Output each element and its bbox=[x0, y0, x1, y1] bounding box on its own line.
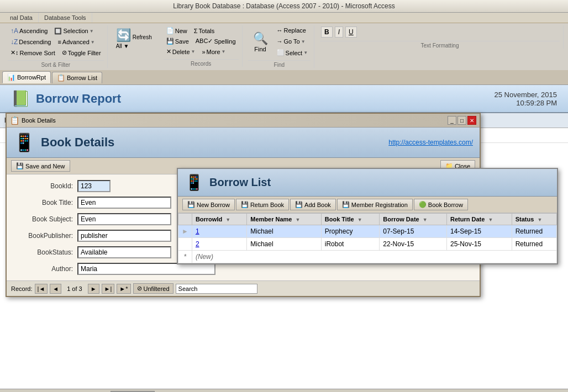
find-row-1: 🔍 Find ↔ Replace → Go To ▼ ⬜ Select ▼ bbox=[248, 25, 311, 58]
minimize-button[interactable]: _ bbox=[448, 116, 456, 125]
return-book-button[interactable]: 💾 Return Book bbox=[236, 199, 289, 210]
toggle-filter-button[interactable]: ⊘ Toggle Filter bbox=[59, 47, 104, 58]
first-record-button[interactable]: |◄ bbox=[35, 284, 48, 294]
advanced-icon: ≡ bbox=[57, 39, 61, 45]
last-record-button[interactable]: ►| bbox=[102, 284, 115, 294]
cell-borrowid-1[interactable]: 1 bbox=[192, 225, 246, 238]
new-borrow-icon: 💾 bbox=[187, 201, 195, 208]
cell-returndate-2: 25-Nov-15 bbox=[446, 238, 512, 251]
bookpublisher-input[interactable] bbox=[77, 230, 171, 242]
new-button[interactable]: 📄 New bbox=[164, 25, 190, 36]
nav-bar: 📊 BorrowRpt 📋 Borrow List bbox=[0, 70, 568, 85]
text-formatting-group-title: Text Formatting bbox=[320, 41, 560, 49]
tab-borrow-list[interactable]: 📋 Borrow List bbox=[52, 72, 102, 83]
totals-button[interactable]: Σ Totals bbox=[191, 26, 218, 36]
col-borrowid-header[interactable]: BorrowId ▼ bbox=[192, 214, 246, 225]
book-borrow-button[interactable]: 🟢 Book Borrow bbox=[414, 199, 468, 210]
descending-button[interactable]: ↓Z Descending bbox=[8, 36, 54, 47]
record-nav: Record: |◄ ◄ 1 of 3 ► ►| ►* ⊘ Unfiltered bbox=[7, 280, 480, 296]
member-registration-button[interactable]: 💾 Member Registration bbox=[337, 199, 413, 210]
refresh-button[interactable]: 🔄 RefreshAll ▼ bbox=[112, 25, 156, 52]
status-sort-icon: ▼ bbox=[537, 217, 542, 223]
table-new-row[interactable]: * (New) bbox=[178, 251, 557, 263]
table-row[interactable]: ► 1 Michael Prophecy 07-Sep-15 14-Sep-15… bbox=[178, 225, 557, 238]
scrollbar-area[interactable] bbox=[0, 389, 568, 392]
close-button[interactable]: ✕ bbox=[467, 116, 476, 125]
col-membername-header[interactable]: Member Name ▼ bbox=[247, 214, 321, 225]
advanced-button[interactable]: ≡ Advanced ▼ bbox=[55, 37, 97, 47]
col-booktitle-header[interactable]: Book Title ▼ bbox=[321, 214, 380, 225]
bookstatus-input[interactable] bbox=[77, 246, 171, 258]
underline-button[interactable]: U bbox=[345, 27, 357, 38]
replace-button[interactable]: ↔ Replace bbox=[274, 25, 311, 35]
italic-button[interactable]: I bbox=[335, 27, 343, 38]
save-button[interactable]: 💾 Save bbox=[164, 36, 192, 46]
bookid-input[interactable] bbox=[77, 180, 111, 192]
new-label: New bbox=[175, 28, 187, 34]
book-details-header: 📱 Book Details http://access-templates.c… bbox=[7, 128, 480, 158]
prev-record-button[interactable]: ◄ bbox=[50, 284, 61, 294]
borrow-list-tab-label: Borrow List bbox=[67, 75, 97, 81]
cell-booktitle-2: iRobot bbox=[321, 238, 380, 251]
more-button[interactable]: » More ▼ bbox=[199, 47, 228, 57]
booktitle-sort-icon: ▼ bbox=[357, 217, 362, 223]
filter-button[interactable]: ⊘ Unfiltered bbox=[133, 283, 173, 294]
save-label: Save bbox=[175, 38, 189, 45]
ribbon-content: ↑A Ascending 🔲 Selection ▼ ↓Z Descending… bbox=[0, 23, 568, 70]
title-text: Library Book Database : Database (Access… bbox=[173, 2, 395, 10]
new-borrow-button[interactable]: 💾 New Borrow bbox=[182, 199, 235, 210]
selection-button[interactable]: 🔲 Selection ▼ bbox=[51, 26, 96, 36]
advanced-dropdown-icon: ▼ bbox=[91, 40, 95, 45]
sort-filter-group-title: Sort & Filter bbox=[8, 60, 104, 68]
search-input[interactable] bbox=[176, 284, 257, 294]
find-button[interactable]: 🔍 Find bbox=[248, 30, 273, 54]
bold-button[interactable]: B bbox=[321, 27, 333, 38]
book-details-link[interactable]: http://access-templates.com/ bbox=[388, 139, 473, 146]
remove-sort-button[interactable]: ✕↕ Remove Sort bbox=[8, 47, 58, 58]
unfiltered-icon: ⊘ bbox=[137, 285, 142, 292]
descending-icon: ↓Z bbox=[10, 38, 18, 46]
author-input[interactable] bbox=[77, 263, 215, 275]
add-book-button[interactable]: 💾 Add Book bbox=[290, 199, 336, 210]
advanced-label: Advanced bbox=[62, 39, 90, 45]
records-row-2: 💾 Save ABC✓ Spelling bbox=[164, 36, 239, 46]
book-borrow-icon: 🟢 bbox=[419, 201, 427, 208]
book-borrow-label: Book Borrow bbox=[428, 202, 463, 208]
new-record-button[interactable]: ►* bbox=[117, 284, 130, 294]
select-icon: ⬜ bbox=[277, 49, 285, 56]
bookid-label: BookId: bbox=[18, 182, 73, 190]
delete-button[interactable]: ✕ Delete ▼ bbox=[164, 46, 198, 57]
sort-row-3: ✕↕ Remove Sort ⊘ Toggle Filter bbox=[8, 47, 104, 58]
save-and-new-label: Save and New bbox=[25, 163, 65, 169]
ribbon-tab-external-data[interactable]: nal Data bbox=[4, 13, 39, 23]
cell-borrowid-2[interactable]: 2 bbox=[192, 238, 246, 251]
booksubject-label: Book Subject: bbox=[18, 215, 73, 223]
new-icon: 📄 bbox=[166, 27, 174, 34]
table-row[interactable]: 2 Michael iRobot 22-Nov-15 25-Nov-15 Ret… bbox=[178, 238, 557, 251]
more-label: More bbox=[207, 49, 220, 55]
new-row-cell: (New) bbox=[192, 251, 556, 263]
select-button[interactable]: ⬜ Select ▼ bbox=[274, 47, 311, 58]
next-record-button[interactable]: ► bbox=[88, 284, 99, 294]
table-header-row: BorrowId ▼ Member Name ▼ Book Title ▼ bbox=[178, 214, 557, 225]
booksubject-input[interactable] bbox=[77, 213, 171, 225]
author-row: Author: bbox=[18, 263, 469, 275]
report-datetime: 25 November, 2015 10:59:28 PM bbox=[495, 91, 557, 107]
booktitle-input[interactable] bbox=[77, 197, 171, 209]
toggle-filter-icon: ⊘ bbox=[62, 49, 67, 56]
spelling-button[interactable]: ABC✓ Spelling bbox=[193, 36, 239, 46]
goto-button[interactable]: → Go To ▼ bbox=[274, 36, 311, 46]
find-label: Find bbox=[254, 46, 266, 52]
ribbon-tab-database-tools[interactable]: Database Tools bbox=[39, 13, 92, 23]
col-borrowdate-header[interactable]: Borrow Date ▼ bbox=[380, 214, 447, 225]
tab-borrowrpt[interactable]: 📊 BorrowRpt bbox=[2, 71, 51, 83]
save-and-new-button[interactable]: 💾 Save and New bbox=[11, 160, 70, 172]
bookstatus-label: BookStatus: bbox=[18, 248, 73, 256]
remove-sort-label: Remove Sort bbox=[20, 50, 55, 56]
ascending-button[interactable]: ↑A Ascending bbox=[8, 25, 50, 36]
select-label: Select bbox=[286, 50, 303, 56]
maximize-button[interactable]: □ bbox=[457, 116, 466, 125]
col-returndate-header[interactable]: Return Date ▼ bbox=[446, 214, 512, 225]
borrowrpt-tab-label: BorrowRpt bbox=[17, 74, 46, 81]
col-status-header[interactable]: Status ▼ bbox=[512, 214, 556, 225]
